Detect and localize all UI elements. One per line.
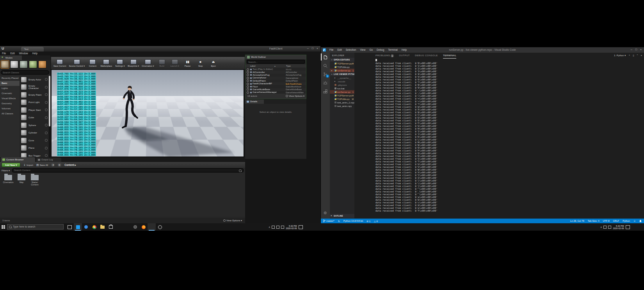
running-character[interactable]	[117, 84, 142, 135]
ue-menu-item[interactable]: Edit	[10, 52, 14, 55]
encoding[interactable]: UTF-8	[603, 220, 610, 222]
placeable-item[interactable]: Cone	[20, 137, 48, 144]
extensions-icon[interactable]	[321, 87, 330, 96]
tray-display-icon[interactable]	[603, 226, 607, 229]
visibility-eye-icon[interactable]	[247, 88, 249, 91]
add-new-button[interactable]: Add New ▾	[2, 163, 20, 167]
ue-menu-item[interactable]: Window	[19, 52, 28, 55]
error-count[interactable]: ⊘ 1	[366, 220, 370, 222]
eol[interactable]: CRLF	[613, 220, 619, 222]
ue-toolbar-button[interactable]: Build	[157, 59, 167, 67]
tray-network-icon[interactable]	[281, 226, 284, 229]
visibility-eye-icon[interactable]	[247, 83, 249, 85]
taskbar-app-task-view[interactable]	[66, 223, 74, 231]
placeable-item[interactable]: Empty Actor	[20, 76, 48, 84]
terminal-output[interactable]: data received from client: b'0\x00\x00\x…	[354, 59, 644, 219]
placeable-item[interactable]: Cylinder	[20, 129, 48, 137]
outliner-row[interactable]: CameraActor CameraActor	[246, 77, 306, 79]
panel-tab[interactable]: TERMINAL	[443, 53, 456, 59]
asset-folder[interactable]: Map	[16, 175, 27, 183]
ue-toolbar-button[interactable]: Save Current	[53, 59, 66, 67]
visibility-eye-icon[interactable]	[247, 68, 249, 71]
viewport[interactable]: X=43.765 Y=-33.122 Z=-3.008X=43.765 Y=-3…	[51, 69, 244, 157]
drag-handle-icon[interactable]	[45, 86, 48, 89]
file-tree-item[interactable]: test_anim_1.npy	[330, 101, 354, 104]
ue-toolbar-button[interactable]: Marketplace	[100, 59, 112, 67]
file-tree-item[interactable]: __pycache__	[330, 76, 354, 80]
placeable-item[interactable]: Point Light	[20, 99, 48, 107]
modes-category[interactable]: Cinematic	[0, 91, 20, 96]
search-icon[interactable]	[321, 61, 330, 70]
visibility-eye-icon[interactable]	[247, 91, 249, 94]
tab-output-log[interactable]: Output Log	[36, 158, 61, 162]
vscode-menu-item[interactable]: Go	[369, 47, 373, 53]
file-tree-item[interactable]: .vscode	[330, 80, 354, 83]
cursor-position[interactable]: Ln 29, Col 79	[570, 220, 584, 222]
drag-handle-icon[interactable]	[45, 109, 48, 111]
paint-mode-icon[interactable]	[10, 60, 18, 68]
vscode-titlebar[interactable]: FileEditSelectionViewGoDebugTerminalHelp…	[321, 47, 644, 53]
taskbar-app-store[interactable]	[107, 223, 115, 231]
outliner-row[interactable]: AIController AIController	[246, 71, 306, 73]
taskbar-app-mail[interactable]	[115, 223, 123, 231]
language-mode[interactable]: Python	[623, 220, 630, 222]
ue-level-tab[interactable]: Test	[21, 47, 44, 52]
outliner-row[interactable]: GameModeBase GameModeBase	[246, 88, 306, 91]
taskbar-app-unreal[interactable]	[148, 223, 156, 231]
file-tree-item[interactable]: run.bat	[330, 87, 354, 90]
modes-category[interactable]: Lights	[0, 86, 20, 91]
visibility-eye-icon[interactable]	[247, 77, 249, 79]
tray-display-icon[interactable]	[272, 226, 275, 229]
ue-titlebar[interactable]: U Test FastKClient ─ ☐ ×	[0, 46, 320, 52]
visibility-eye-icon[interactable]	[247, 80, 249, 82]
close-icon[interactable]: ×	[331, 69, 333, 72]
ue-toolbar-button[interactable]: ⏏ Eject	[208, 59, 219, 67]
close-panel-icon[interactable]: ×	[640, 54, 642, 57]
import-button[interactable]: ⇓Import	[23, 164, 33, 167]
vscode-maximize-button[interactable]: ☐	[634, 48, 638, 52]
ue-toolbar-button[interactable]: Source Control ▾	[69, 59, 85, 67]
visibility-eye-icon[interactable]	[247, 71, 249, 73]
git-branch[interactable]: master*	[323, 219, 334, 222]
placeable-item[interactable]: Empty Character	[20, 84, 48, 91]
taskbar-app-vscode[interactable]	[74, 223, 82, 231]
vscode-close-button[interactable]: ×	[639, 48, 643, 52]
tray-chevron-icon[interactable]: ∧	[600, 226, 602, 228]
vscode-menu-item[interactable]: File	[329, 47, 333, 53]
outliner-row[interactable]: Test (Play In Editor) World	[246, 68, 306, 71]
vscode-menu-item[interactable]: Terminal	[388, 47, 398, 53]
notification-icon[interactable]	[626, 225, 630, 229]
open-editors-section[interactable]: OPEN EDITORS	[330, 58, 354, 62]
outliner-row[interactable]: GameNetworkManager GameNetworkMan	[246, 91, 306, 94]
modes-category[interactable]: Geometry	[0, 101, 20, 106]
placeable-item[interactable]: Cube	[20, 114, 48, 122]
file-tree-item[interactable]: test_anim.npy	[330, 104, 354, 108]
landscape-mode-icon[interactable]	[20, 60, 28, 68]
placeable-item[interactable]: Player Start	[20, 106, 48, 114]
column-type[interactable]: Type	[286, 64, 291, 68]
taskbar-app-maps[interactable]	[82, 223, 90, 231]
save-all-button[interactable]: ▤Save All	[36, 164, 48, 167]
ue-toolbar-button[interactable]: Blueprints ▾	[128, 59, 139, 67]
tray-chevron-icon[interactable]: ∧	[269, 226, 270, 228]
modes-search-input[interactable]: Search Classes	[1, 70, 49, 75]
filters-button[interactable]: Filters ▾	[2, 169, 10, 172]
clock-right[interactable]: 5:32 PM 2020-02-06	[613, 225, 624, 230]
open-editor-item[interactable]: TCPServer.py M	[330, 62, 354, 65]
drag-handle-icon[interactable]	[45, 124, 48, 126]
asset-folder[interactable]: Starter Content	[29, 175, 41, 186]
vscode-menu-item[interactable]: Help	[402, 47, 407, 53]
asset-folder[interactable]: Cinematics	[2, 175, 14, 183]
outliner-view-options[interactable]: View Options ▾	[286, 94, 304, 99]
notifications-bell-icon[interactable]	[639, 220, 642, 222]
file-tree-item[interactable]: runServer.py 1	[330, 90, 354, 94]
workspace-section[interactable]: LIVE VIEWER PYTHON REPO	[330, 72, 354, 76]
tab-size[interactable]: Tab Size: 4	[588, 220, 600, 222]
outline-section[interactable]: OUTLINE	[330, 214, 354, 218]
outliner-search-input[interactable]: Search...	[247, 60, 305, 64]
maximize-panel-icon[interactable]: ⌃	[636, 54, 638, 57]
vscode-minimize-button[interactable]: ─	[630, 48, 633, 52]
modes-category[interactable]: Volumes	[0, 106, 20, 111]
taskbar-app-vlc[interactable]	[123, 223, 131, 231]
clock-left[interactable]: 5:32 PM 2020-02-06	[286, 225, 297, 230]
